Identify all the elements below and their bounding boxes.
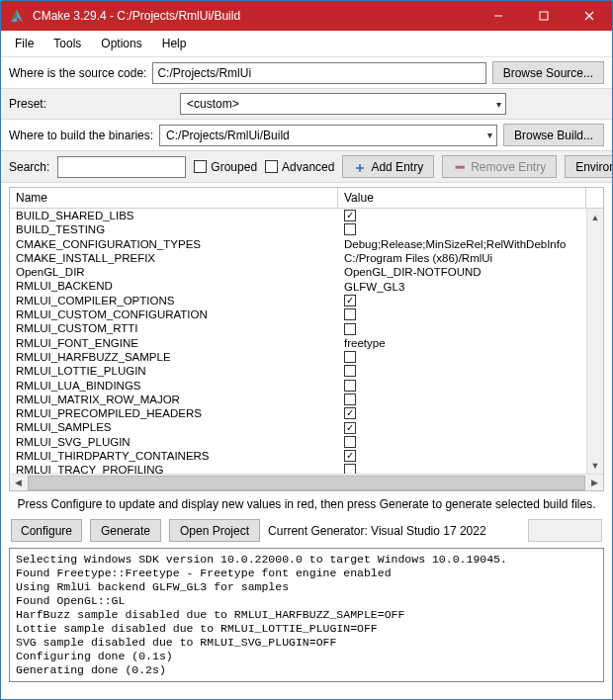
build-label: Where to build the binaries: <box>9 129 153 142</box>
preset-value: <custom> <box>187 97 239 111</box>
cell-value[interactable] <box>338 222 586 236</box>
cell-value[interactable]: ✓ <box>338 449 586 463</box>
cell-name: BUILD_TESTING <box>10 222 338 236</box>
table-row[interactable]: RMLUI_TRACY_PROFILING <box>10 463 586 474</box>
remove-entry-button[interactable]: ━ Remove Entry <box>442 155 557 178</box>
table-row[interactable]: RMLUI_LUA_BINDINGS <box>10 379 586 393</box>
source-row: Where is the source code: Browse Source.… <box>1 57 612 88</box>
browse-build-button[interactable]: Browse Build... <box>503 124 604 146</box>
scrollbar-thumb <box>28 476 585 490</box>
browse-source-button[interactable]: Browse Source... <box>492 61 604 84</box>
cell-value[interactable] <box>338 435 586 449</box>
advanced-checkbox[interactable]: Advanced <box>265 160 334 174</box>
cell-value[interactable]: GLFW_GL3 <box>338 279 586 293</box>
table-row[interactable]: RMLUI_FONT_ENGINEfreetype <box>10 336 586 350</box>
generate-button[interactable]: Generate <box>90 519 161 542</box>
table-row[interactable]: RMLUI_SAMPLES✓ <box>10 420 586 434</box>
cell-value[interactable] <box>338 379 586 393</box>
cell-value[interactable] <box>338 463 586 474</box>
grouped-label: Grouped <box>211 160 257 174</box>
checkbox-icon: ✓ <box>344 450 356 462</box>
window-title: CMake 3.29.4 - C:/Projects/RmlUi/Build <box>33 9 476 23</box>
table-row[interactable]: RMLUI_HARFBUZZ_SAMPLE <box>10 350 586 364</box>
column-name[interactable]: Name <box>10 188 338 208</box>
cell-name: RMLUI_THIRDPARTY_CONTAINERS <box>10 449 338 463</box>
column-value[interactable]: Value <box>338 188 586 208</box>
cell-value[interactable]: ✓ <box>338 406 586 420</box>
chevron-down-icon: ▾ <box>496 99 501 110</box>
checkbox-icon: ✓ <box>344 295 356 306</box>
menu-options[interactable]: Options <box>93 35 149 52</box>
cell-value[interactable]: ✓ <box>338 420 586 434</box>
checkbox-icon <box>194 160 207 173</box>
table-row[interactable]: CMAKE_INSTALL_PREFIXC:/Program Files (x8… <box>10 251 586 265</box>
checkbox-icon: ✓ <box>344 407 356 419</box>
cell-name: RMLUI_SVG_PLUGIN <box>10 435 338 449</box>
environment-button[interactable]: Environment... <box>565 155 613 178</box>
chevron-down-icon: ▾ <box>487 130 492 140</box>
close-button[interactable] <box>567 1 612 31</box>
table-row[interactable]: RMLUI_CUSTOM_RTTI <box>10 321 586 335</box>
table-row[interactable]: CMAKE_CONFIGURATION_TYPESDebug;Release;M… <box>10 237 586 251</box>
table-row[interactable]: RMLUI_CUSTOM_CONFIGURATION <box>10 307 586 321</box>
hint-text: Press Configure to update and display ne… <box>1 491 612 517</box>
stop-button[interactable] <box>528 519 602 542</box>
table-row[interactable]: OpenGL_DIROpenGL_DIR-NOTFOUND <box>10 265 586 279</box>
cell-name: CMAKE_INSTALL_PREFIX <box>10 251 338 265</box>
svg-rect-4 <box>540 12 548 20</box>
cell-name: RMLUI_FONT_ENGINE <box>10 336 338 350</box>
table-row[interactable]: RMLUI_PRECOMPILED_HEADERS✓ <box>10 406 586 420</box>
menubar: File Tools Options Help <box>1 31 612 57</box>
configure-button[interactable]: Configure <box>11 519 82 542</box>
cell-value[interactable] <box>338 307 586 321</box>
cell-name: RMLUI_HARFBUZZ_SAMPLE <box>10 350 338 364</box>
cell-value[interactable]: ✓ <box>338 209 586 222</box>
table-row[interactable]: RMLUI_MATRIX_ROW_MAJOR <box>10 393 586 406</box>
menu-file[interactable]: File <box>7 35 42 52</box>
search-input[interactable] <box>57 156 186 178</box>
preset-combo[interactable]: <custom> ▾ <box>180 93 506 115</box>
cell-name: RMLUI_MATRIX_ROW_MAJOR <box>10 393 338 406</box>
source-input[interactable] <box>152 62 485 84</box>
cmake-icon <box>9 8 25 24</box>
toolbar-row: Search: Grouped Advanced ＋ Add Entry ━ R… <box>1 150 612 183</box>
build-combo[interactable]: C:/Projects/RmlUi/Build ▾ <box>159 125 497 146</box>
cell-value[interactable]: freetype <box>338 336 586 350</box>
open-project-button[interactable]: Open Project <box>169 519 260 542</box>
checkbox-icon <box>344 223 356 235</box>
checkbox-icon <box>344 464 356 474</box>
table-row[interactable]: RMLUI_BACKENDGLFW_GL3 <box>10 279 586 293</box>
cell-value[interactable] <box>338 321 586 335</box>
table-row[interactable]: RMLUI_COMPILER_OPTIONS✓ <box>10 294 586 307</box>
output-log[interactable]: Selecting Windows SDK version 10.0.22000… <box>9 548 604 682</box>
cell-name: BUILD_SHARED_LIBS <box>10 209 338 222</box>
cell-value[interactable] <box>338 393 586 406</box>
cell-name: RMLUI_PRECOMPILED_HEADERS <box>10 406 338 420</box>
checkbox-icon <box>344 308 356 320</box>
horizontal-scrollbar[interactable]: ◀ ▶ <box>10 474 603 490</box>
table-row[interactable]: RMLUI_LOTTIE_PLUGIN <box>10 364 586 378</box>
table-row[interactable]: RMLUI_THIRDPARTY_CONTAINERS✓ <box>10 449 586 463</box>
menu-help[interactable]: Help <box>154 35 195 52</box>
cell-value[interactable]: C:/Program Files (x86)/RmlUi <box>338 251 586 265</box>
cell-value[interactable] <box>338 350 586 364</box>
add-entry-button[interactable]: ＋ Add Entry <box>342 155 434 178</box>
cell-value[interactable] <box>338 364 586 378</box>
table-row[interactable]: BUILD_SHARED_LIBS✓ <box>10 209 586 222</box>
checkbox-icon <box>344 380 356 392</box>
cell-value[interactable]: Debug;Release;MinSizeRel;RelWithDebInfo <box>338 237 586 251</box>
cell-name: RMLUI_LOTTIE_PLUGIN <box>10 364 338 378</box>
maximize-button[interactable] <box>521 1 567 31</box>
minimize-button[interactable] <box>476 1 521 31</box>
vertical-scrollbar[interactable]: ▲ ▼ <box>586 209 603 474</box>
menu-tools[interactable]: Tools <box>45 35 89 52</box>
cell-value[interactable]: OpenGL_DIR-NOTFOUND <box>338 265 586 279</box>
checkbox-icon: ✓ <box>344 210 356 221</box>
checkbox-icon: ✓ <box>344 422 356 434</box>
table-row[interactable]: RMLUI_SVG_PLUGIN <box>10 435 586 449</box>
table-row[interactable]: BUILD_TESTING <box>10 222 586 236</box>
preset-row: Preset: <custom> ▾ <box>1 88 612 120</box>
grouped-checkbox[interactable]: Grouped <box>194 160 257 174</box>
cell-value[interactable]: ✓ <box>338 294 586 307</box>
advanced-label: Advanced <box>282 160 334 174</box>
